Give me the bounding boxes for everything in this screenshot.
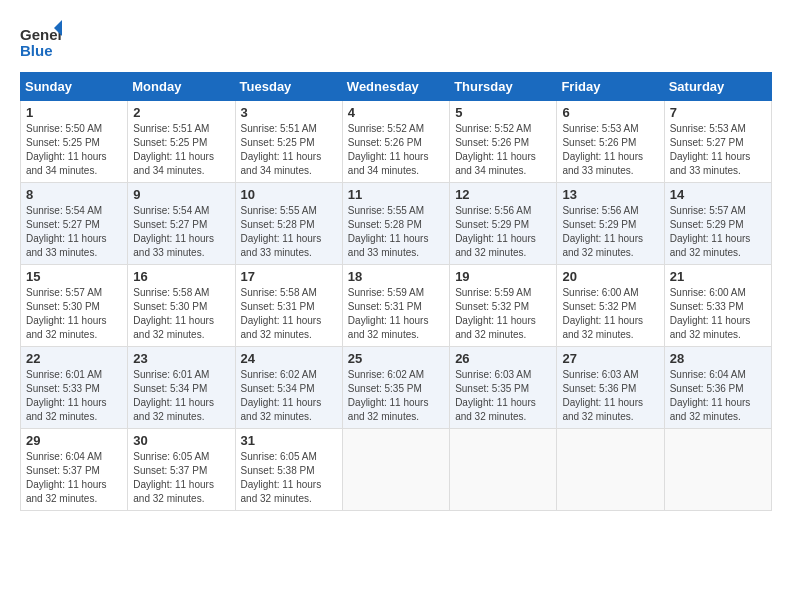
calendar-day-cell <box>450 429 557 511</box>
day-number: 3 <box>241 105 337 120</box>
day-number: 7 <box>670 105 766 120</box>
weekday-header-friday: Friday <box>557 73 664 101</box>
calendar-day-cell: 24Sunrise: 6:02 AMSunset: 5:34 PMDayligh… <box>235 347 342 429</box>
weekday-header-saturday: Saturday <box>664 73 771 101</box>
day-info: Sunrise: 5:58 AMSunset: 5:31 PMDaylight:… <box>241 286 337 342</box>
calendar-day-cell: 27Sunrise: 6:03 AMSunset: 5:36 PMDayligh… <box>557 347 664 429</box>
day-number: 31 <box>241 433 337 448</box>
day-number: 5 <box>455 105 551 120</box>
day-number: 25 <box>348 351 444 366</box>
day-number: 30 <box>133 433 229 448</box>
calendar-day-cell <box>557 429 664 511</box>
calendar-day-cell: 4Sunrise: 5:52 AMSunset: 5:26 PMDaylight… <box>342 101 449 183</box>
day-number: 4 <box>348 105 444 120</box>
day-info: Sunrise: 5:53 AMSunset: 5:26 PMDaylight:… <box>562 122 658 178</box>
day-info: Sunrise: 6:03 AMSunset: 5:35 PMDaylight:… <box>455 368 551 424</box>
calendar-day-cell: 7Sunrise: 5:53 AMSunset: 5:27 PMDaylight… <box>664 101 771 183</box>
calendar-table: SundayMondayTuesdayWednesdayThursdayFrid… <box>20 72 772 511</box>
day-number: 23 <box>133 351 229 366</box>
day-number: 10 <box>241 187 337 202</box>
day-info: Sunrise: 6:01 AMSunset: 5:34 PMDaylight:… <box>133 368 229 424</box>
day-info: Sunrise: 5:54 AMSunset: 5:27 PMDaylight:… <box>133 204 229 260</box>
calendar-day-cell: 23Sunrise: 6:01 AMSunset: 5:34 PMDayligh… <box>128 347 235 429</box>
day-number: 29 <box>26 433 122 448</box>
day-number: 13 <box>562 187 658 202</box>
day-info: Sunrise: 5:53 AMSunset: 5:27 PMDaylight:… <box>670 122 766 178</box>
weekday-header-thursday: Thursday <box>450 73 557 101</box>
day-number: 26 <box>455 351 551 366</box>
day-number: 19 <box>455 269 551 284</box>
calendar-week-row: 29Sunrise: 6:04 AMSunset: 5:37 PMDayligh… <box>21 429 772 511</box>
day-info: Sunrise: 6:04 AMSunset: 5:37 PMDaylight:… <box>26 450 122 506</box>
calendar-day-cell: 11Sunrise: 5:55 AMSunset: 5:28 PMDayligh… <box>342 183 449 265</box>
day-number: 2 <box>133 105 229 120</box>
day-info: Sunrise: 6:02 AMSunset: 5:34 PMDaylight:… <box>241 368 337 424</box>
calendar-day-cell: 16Sunrise: 5:58 AMSunset: 5:30 PMDayligh… <box>128 265 235 347</box>
day-number: 15 <box>26 269 122 284</box>
day-info: Sunrise: 6:03 AMSunset: 5:36 PMDaylight:… <box>562 368 658 424</box>
day-info: Sunrise: 5:57 AMSunset: 5:29 PMDaylight:… <box>670 204 766 260</box>
day-number: 28 <box>670 351 766 366</box>
calendar-day-cell: 18Sunrise: 5:59 AMSunset: 5:31 PMDayligh… <box>342 265 449 347</box>
day-info: Sunrise: 5:59 AMSunset: 5:31 PMDaylight:… <box>348 286 444 342</box>
calendar-day-cell <box>342 429 449 511</box>
day-number: 16 <box>133 269 229 284</box>
day-info: Sunrise: 5:57 AMSunset: 5:30 PMDaylight:… <box>26 286 122 342</box>
day-info: Sunrise: 5:52 AMSunset: 5:26 PMDaylight:… <box>348 122 444 178</box>
day-info: Sunrise: 5:55 AMSunset: 5:28 PMDaylight:… <box>241 204 337 260</box>
day-number: 14 <box>670 187 766 202</box>
calendar-day-cell: 2Sunrise: 5:51 AMSunset: 5:25 PMDaylight… <box>128 101 235 183</box>
day-info: Sunrise: 6:00 AMSunset: 5:32 PMDaylight:… <box>562 286 658 342</box>
calendar-day-cell: 9Sunrise: 5:54 AMSunset: 5:27 PMDaylight… <box>128 183 235 265</box>
calendar-week-row: 1Sunrise: 5:50 AMSunset: 5:25 PMDaylight… <box>21 101 772 183</box>
day-info: Sunrise: 5:56 AMSunset: 5:29 PMDaylight:… <box>455 204 551 260</box>
day-info: Sunrise: 5:58 AMSunset: 5:30 PMDaylight:… <box>133 286 229 342</box>
day-info: Sunrise: 6:02 AMSunset: 5:35 PMDaylight:… <box>348 368 444 424</box>
calendar-day-cell: 20Sunrise: 6:00 AMSunset: 5:32 PMDayligh… <box>557 265 664 347</box>
calendar-day-cell: 19Sunrise: 5:59 AMSunset: 5:32 PMDayligh… <box>450 265 557 347</box>
svg-text:Blue: Blue <box>20 42 53 59</box>
weekday-header-sunday: Sunday <box>21 73 128 101</box>
calendar-day-cell: 21Sunrise: 6:00 AMSunset: 5:33 PMDayligh… <box>664 265 771 347</box>
day-info: Sunrise: 5:50 AMSunset: 5:25 PMDaylight:… <box>26 122 122 178</box>
day-info: Sunrise: 5:51 AMSunset: 5:25 PMDaylight:… <box>133 122 229 178</box>
weekday-header-tuesday: Tuesday <box>235 73 342 101</box>
day-info: Sunrise: 6:05 AMSunset: 5:37 PMDaylight:… <box>133 450 229 506</box>
weekday-header-monday: Monday <box>128 73 235 101</box>
day-number: 24 <box>241 351 337 366</box>
calendar-day-cell: 25Sunrise: 6:02 AMSunset: 5:35 PMDayligh… <box>342 347 449 429</box>
calendar-day-cell: 31Sunrise: 6:05 AMSunset: 5:38 PMDayligh… <box>235 429 342 511</box>
calendar-week-row: 8Sunrise: 5:54 AMSunset: 5:27 PMDaylight… <box>21 183 772 265</box>
calendar-day-cell: 26Sunrise: 6:03 AMSunset: 5:35 PMDayligh… <box>450 347 557 429</box>
calendar-day-cell: 12Sunrise: 5:56 AMSunset: 5:29 PMDayligh… <box>450 183 557 265</box>
calendar-day-cell: 22Sunrise: 6:01 AMSunset: 5:33 PMDayligh… <box>21 347 128 429</box>
day-number: 18 <box>348 269 444 284</box>
day-number: 20 <box>562 269 658 284</box>
logo-icon: General Blue <box>20 20 62 62</box>
day-info: Sunrise: 6:01 AMSunset: 5:33 PMDaylight:… <box>26 368 122 424</box>
day-number: 9 <box>133 187 229 202</box>
calendar-day-cell: 1Sunrise: 5:50 AMSunset: 5:25 PMDaylight… <box>21 101 128 183</box>
calendar-day-cell: 28Sunrise: 6:04 AMSunset: 5:36 PMDayligh… <box>664 347 771 429</box>
calendar-day-cell: 6Sunrise: 5:53 AMSunset: 5:26 PMDaylight… <box>557 101 664 183</box>
day-number: 6 <box>562 105 658 120</box>
calendar-day-cell: 14Sunrise: 5:57 AMSunset: 5:29 PMDayligh… <box>664 183 771 265</box>
weekday-header-wednesday: Wednesday <box>342 73 449 101</box>
calendar-week-row: 22Sunrise: 6:01 AMSunset: 5:33 PMDayligh… <box>21 347 772 429</box>
day-info: Sunrise: 5:55 AMSunset: 5:28 PMDaylight:… <box>348 204 444 260</box>
calendar-day-cell: 10Sunrise: 5:55 AMSunset: 5:28 PMDayligh… <box>235 183 342 265</box>
day-info: Sunrise: 5:56 AMSunset: 5:29 PMDaylight:… <box>562 204 658 260</box>
page-header: General Blue <box>20 20 772 62</box>
calendar-day-cell: 8Sunrise: 5:54 AMSunset: 5:27 PMDaylight… <box>21 183 128 265</box>
calendar-day-cell: 13Sunrise: 5:56 AMSunset: 5:29 PMDayligh… <box>557 183 664 265</box>
day-info: Sunrise: 5:54 AMSunset: 5:27 PMDaylight:… <box>26 204 122 260</box>
logo: General Blue <box>20 20 62 62</box>
day-number: 11 <box>348 187 444 202</box>
day-number: 21 <box>670 269 766 284</box>
day-info: Sunrise: 5:52 AMSunset: 5:26 PMDaylight:… <box>455 122 551 178</box>
calendar-day-cell <box>664 429 771 511</box>
calendar-body: 1Sunrise: 5:50 AMSunset: 5:25 PMDaylight… <box>21 101 772 511</box>
day-number: 1 <box>26 105 122 120</box>
day-info: Sunrise: 5:59 AMSunset: 5:32 PMDaylight:… <box>455 286 551 342</box>
calendar-day-cell: 3Sunrise: 5:51 AMSunset: 5:25 PMDaylight… <box>235 101 342 183</box>
